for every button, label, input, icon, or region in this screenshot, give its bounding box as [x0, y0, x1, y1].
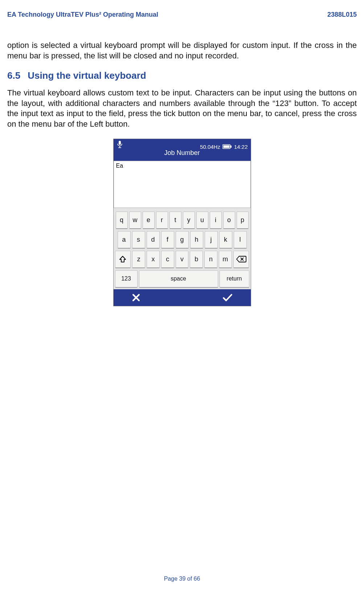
key-u[interactable]: u: [196, 212, 208, 229]
key-g[interactable]: g: [176, 231, 189, 249]
section-title: Using the virtual keyboard: [28, 70, 146, 81]
key-v[interactable]: v: [176, 251, 189, 268]
section-heading: 6.5Using the virtual keyboard: [7, 70, 357, 81]
key-m[interactable]: m: [219, 251, 232, 268]
device-status-bar: 50.04Hz 14:22 Job Number: [114, 139, 251, 161]
key-h[interactable]: h: [190, 231, 203, 249]
section-number: 6.5: [7, 70, 20, 81]
svg-rect-5: [230, 146, 232, 148]
key-123[interactable]: 123: [115, 270, 138, 288]
key-b[interactable]: b: [190, 251, 203, 268]
keyboard-row-4: 123 space return: [115, 270, 249, 288]
key-shift[interactable]: [115, 251, 131, 268]
svg-rect-4: [223, 146, 229, 148]
accept-button[interactable]: [222, 293, 233, 302]
battery-icon: [222, 144, 232, 149]
virtual-keyboard: q w e r t y u i o p a s d f g h j k l: [114, 208, 251, 289]
device-screenshot: 50.04Hz 14:22 Job Number Ea q w e r t y …: [113, 139, 251, 306]
key-l[interactable]: l: [234, 231, 247, 249]
keyboard-row-3: z x c v b n m: [115, 251, 249, 268]
key-f[interactable]: f: [161, 231, 174, 249]
key-e[interactable]: e: [143, 212, 155, 229]
key-c[interactable]: c: [161, 251, 174, 268]
key-i[interactable]: i: [210, 212, 222, 229]
intro-paragraph: option is selected a virtual keyboard pr…: [7, 40, 357, 61]
key-q[interactable]: q: [116, 212, 128, 229]
key-p[interactable]: p: [237, 212, 249, 229]
cross-icon: [132, 293, 140, 302]
key-x[interactable]: x: [147, 251, 160, 268]
text-input-field[interactable]: Ea: [114, 161, 251, 208]
key-t[interactable]: t: [169, 212, 181, 229]
key-r[interactable]: r: [156, 212, 168, 229]
key-space[interactable]: space: [139, 270, 218, 288]
key-n[interactable]: n: [204, 251, 217, 268]
key-j[interactable]: j: [205, 231, 218, 249]
header-left: EA Technology UltraTEV Plus² Operating M…: [7, 11, 158, 19]
key-z[interactable]: z: [132, 251, 145, 268]
key-backspace[interactable]: [233, 251, 249, 268]
keyboard-row-1: q w e r t y u i o p: [115, 212, 249, 229]
section-body: The virtual keyboard allows custom text …: [7, 88, 357, 129]
shift-icon: [119, 255, 127, 263]
microphone-icon: [116, 140, 123, 148]
key-k[interactable]: k: [219, 231, 232, 249]
key-o[interactable]: o: [223, 212, 235, 229]
cancel-button[interactable]: [132, 293, 140, 302]
device-menu-bar: [114, 289, 251, 306]
svg-rect-0: [119, 141, 121, 145]
keyboard-row-2: a s d f g h j k l: [115, 231, 249, 249]
header-right: 2388L015: [327, 11, 357, 19]
page-footer: Page 39 of 66: [0, 576, 364, 582]
page-header: EA Technology UltraTEV Plus² Operating M…: [7, 11, 357, 19]
backspace-icon: [236, 255, 246, 263]
key-a[interactable]: a: [118, 231, 131, 249]
key-y[interactable]: y: [183, 212, 195, 229]
key-d[interactable]: d: [147, 231, 160, 249]
key-s[interactable]: s: [132, 231, 145, 249]
status-title: Job Number: [114, 149, 251, 157]
key-w[interactable]: w: [129, 212, 141, 229]
key-return[interactable]: return: [220, 270, 249, 288]
tick-icon: [222, 293, 233, 302]
